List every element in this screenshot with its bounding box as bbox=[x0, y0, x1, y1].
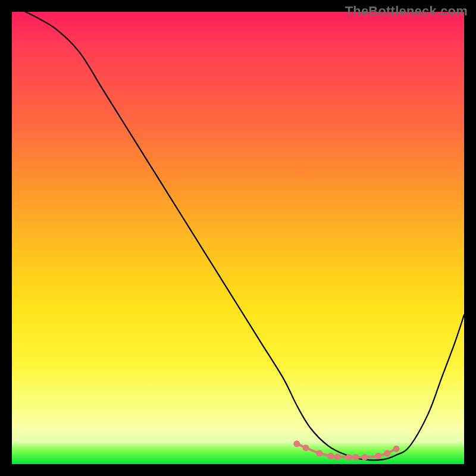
valley-marker bbox=[334, 453, 341, 460]
marker-layer bbox=[293, 440, 399, 461]
watermark-text: TheBottleneck.com bbox=[345, 4, 468, 19]
chart-frame: TheBottleneck.com bbox=[0, 0, 476, 476]
series-curve bbox=[26, 12, 464, 460]
valley-marker bbox=[346, 454, 352, 461]
valley-marker bbox=[352, 454, 359, 461]
valley-marker bbox=[293, 440, 300, 447]
valley-marker bbox=[393, 446, 400, 452]
curve-layer bbox=[26, 12, 464, 460]
chart-overlay bbox=[12, 12, 464, 464]
valley-marker bbox=[375, 453, 381, 459]
valley-marker bbox=[384, 450, 390, 456]
valley-marker bbox=[316, 450, 322, 456]
valley-marker bbox=[327, 453, 334, 459]
plot-area bbox=[12, 12, 464, 464]
valley-marker bbox=[303, 444, 309, 451]
valley-marker bbox=[361, 454, 368, 461]
